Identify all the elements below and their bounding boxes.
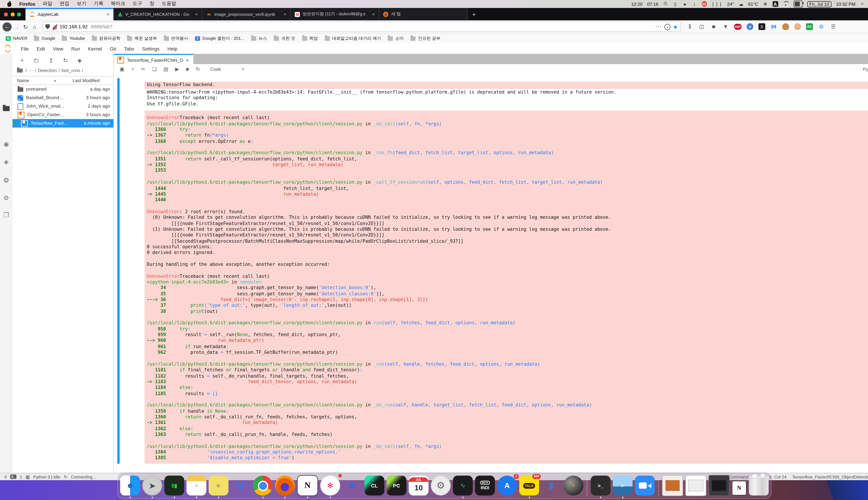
dock-minimized-window-3-icon[interactable] (709, 475, 730, 496)
jlab-menu-git[interactable]: Git (106, 46, 120, 52)
column-last-modified[interactable]: Last Modified (72, 78, 113, 83)
bookmark-Youtube[interactable]: Youtube (62, 36, 85, 41)
dock-chrome-icon[interactable] (253, 476, 273, 496)
notebook-tab[interactable]: Tensorflow_FasterRCNN_O × (114, 54, 193, 65)
tracking-shield-icon[interactable] (45, 24, 50, 29)
file-row-Baseball_Bound...[interactable]: Baseball_Bound...3 hours ago (12, 93, 113, 102)
kernel-status-text[interactable]: Python 3 | Idle (33, 474, 60, 479)
menu-icon[interactable]: ☰ (830, 23, 836, 30)
analytics-icon[interactable] (770, 23, 777, 30)
avatar-extension-icon[interactable] (794, 23, 801, 30)
bookmark-NAVER[interactable]: NNAVER (6, 36, 27, 41)
git-icon[interactable]: ◈ (0, 158, 12, 166)
phone-icon[interactable]: ⎙ (663, 1, 668, 7)
dock-iterm-terminal-icon[interactable]: $▮ (164, 476, 184, 496)
dock-minimized-window-2-icon[interactable] (685, 475, 706, 496)
breadcrumb-segment[interactable]: fast_rcnn (61, 68, 80, 73)
dock-slack-icon[interactable]: ✻ (320, 476, 340, 496)
jlab-menu-help[interactable]: Help (163, 46, 181, 52)
bookmark-대회알고리즘 대가리 깨기[interactable]: 대회알고리즘 대가리 깨기 (324, 35, 381, 41)
bookmark-Google 캘린더 - 201...[interactable]: 7Google 캘린더 - 201... (195, 35, 244, 41)
close-tab-icon[interactable]: × (186, 57, 189, 62)
jlab-menu-edit[interactable]: Edit (33, 46, 49, 52)
git-clone-icon[interactable]: ◈ (77, 57, 82, 64)
browser-tab-새 탭[interactable]: 새 탭 (379, 8, 468, 21)
dock-calendar-icon[interactable]: JUL10 (409, 476, 429, 496)
browser-tab-JupyterLab[interactable]: JupyterLab× (25, 8, 114, 21)
forward-icon[interactable]: → (12, 24, 21, 30)
snowflake-icon[interactable]: ✲ (763, 1, 768, 7)
dock-zoom-icon[interactable] (635, 476, 655, 496)
menubar-item-편집[interactable]: 편집 (60, 1, 69, 7)
menubar-item-보기[interactable]: 보기 (77, 1, 87, 7)
dock-kakaotalk-icon[interactable]: TALK600 (519, 476, 539, 496)
dock-launchpad-rocket-icon[interactable]: ➤ (142, 476, 162, 496)
dock-minimized-window-1-icon[interactable] (662, 475, 683, 496)
terminals-count[interactable]: 0 (4, 474, 7, 479)
dock-pycharm-icon[interactable]: PC (387, 476, 407, 496)
copy-cells-icon[interactable]: ❏ (152, 66, 157, 72)
breadcrumb-segment[interactable]: Detection (38, 68, 57, 73)
timer-right[interactable]: 07:16 (647, 1, 658, 7)
library-icon[interactable]: ⫼ (686, 23, 693, 30)
bookmark-번역봉사[interactable]: 번역봉사 (164, 35, 188, 41)
v-extension-icon[interactable]: V (746, 23, 753, 30)
sort-caret-icon[interactable]: ▲ (53, 79, 57, 82)
restart-kernel-icon[interactable]: ↻ (196, 66, 200, 72)
reload-icon[interactable]: ↻ (21, 24, 30, 30)
bookmark-컴퓨터공학[interactable]: 컴퓨터공학 (92, 35, 120, 41)
save-icon[interactable]: ▣ (119, 66, 125, 72)
dock-firefox-icon[interactable] (275, 476, 295, 496)
browser-tab-V_CREATOR_HACKATHON - Go[interactable]: V_CREATOR_HACKATHON - Go× (114, 8, 202, 21)
menubar-item-파일[interactable]: 파일 (43, 1, 53, 7)
insecure-lock-icon[interactable] (52, 24, 57, 29)
file-row-pretrained[interactable]: pretraineda day ago (12, 85, 113, 93)
cpu-temp[interactable]: 61°C (748, 1, 758, 7)
dock-ridi-icon[interactable]: BETARIDI (475, 476, 495, 496)
kernel-name[interactable]: Python 3 (863, 67, 868, 72)
bars-icon[interactable]: ❘❘❘ (711, 1, 722, 7)
chevron-down-icon[interactable]: ∨ (241, 67, 244, 71)
new-folder-icon[interactable]: 🗀 (33, 57, 39, 64)
battery-icon[interactable] (793, 1, 802, 7)
minimize-window-button[interactable] (10, 12, 14, 16)
open-tabs-icon[interactable]: ❐ (0, 212, 12, 219)
apple-menu-icon[interactable] (7, 1, 12, 7)
bookmark-백준 살생부[interactable]: 백준 살생부 (127, 35, 157, 41)
breadcrumb-ellipsis[interactable]: ··· (28, 68, 33, 73)
home-icon[interactable]: ⌂ (30, 24, 39, 30)
add-cell-icon[interactable]: + (131, 66, 134, 72)
dock-clion-icon[interactable]: CL (365, 476, 384, 496)
dock-blue-x-app-icon[interactable]: ✕ (342, 476, 362, 496)
pocket-icon[interactable]: ∨ (664, 24, 671, 30)
file-row-OpenCV_Faster...[interactable]: OpenCV_Faster...3 hours ago (12, 111, 113, 119)
google-account-icon[interactable]: G (818, 23, 825, 30)
dock-notion-mini-icon[interactable]: N (732, 480, 747, 495)
bookmark-star-icon[interactable]: ★ (673, 24, 678, 30)
sidebar-icon[interactable]: ◫ (698, 23, 705, 30)
active-app-name[interactable]: Firefox (19, 1, 35, 7)
running-sessions-icon[interactable]: ◉ (0, 141, 12, 148)
menubar-item-기록[interactable]: 기록 (94, 1, 103, 7)
property-inspector-icon[interactable]: ⚙ (0, 194, 12, 202)
menubar-item-창[interactable]: 창 (150, 1, 155, 7)
cut-cells-icon[interactable]: ✂ (141, 66, 145, 72)
browser-tab-받은편지함 (117) - stukov98@g.s[interactable]: M받은편지함 (117) - stukov98@g.s× (291, 8, 379, 21)
dock-notes-icon[interactable]: ≡ (186, 476, 206, 496)
bookmark-귀한 것[interactable]: 귀한 것 (274, 35, 295, 41)
upload-icon[interactable]: ↥ (49, 57, 53, 64)
red-badge-icon[interactable]: H (701, 1, 707, 7)
close-tab-icon[interactable]: × (195, 12, 198, 17)
command-palette-icon[interactable]: ❂ (0, 177, 12, 184)
dock-sphere-app-icon[interactable]: ✦ (563, 476, 583, 496)
menubar-item-도구[interactable]: 도구 (133, 1, 142, 7)
wifi-icon[interactable] (783, 1, 789, 7)
new-launcher-icon[interactable]: + (21, 57, 24, 64)
download-arrow-icon[interactable]: ▼ (722, 23, 729, 30)
bookmark-Google[interactable]: Google (34, 36, 55, 41)
spotlight-icon[interactable]: ⌕ (860, 1, 865, 7)
jlab-menu-settings[interactable]: Settings (138, 46, 163, 52)
bookmark-인프런 공부[interactable]: 인프런 공부 (411, 35, 441, 41)
close-window-button[interactable] (4, 12, 8, 16)
dock-terminal-icon[interactable]: >_ (591, 476, 610, 496)
